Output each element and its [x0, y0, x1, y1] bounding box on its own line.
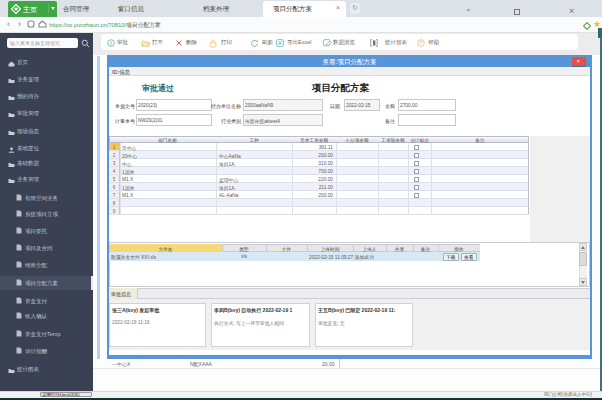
svg-text:?: ? [420, 40, 423, 46]
